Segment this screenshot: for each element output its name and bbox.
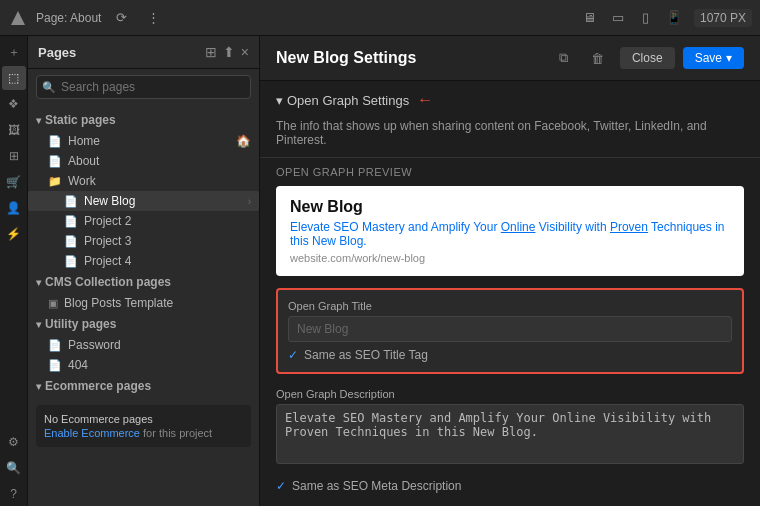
cms-pages-section[interactable]: ▾ CMS Collection pages — [28, 271, 259, 293]
page-item-about[interactable]: 📄 About — [28, 151, 259, 171]
no-ecommerce-box: No Ecommerce pages Enable Ecommerce for … — [36, 405, 251, 447]
icon-rail: ＋ ⬚ ❖ 🖼 ⊞ 🛒 👤 ⚡ ⚙ 🔍 ? — [0, 36, 28, 506]
content-body: ▾ Open Graph Settings ← The info that sh… — [260, 81, 760, 506]
page-file-icon: 📄 — [48, 359, 62, 372]
same-as-meta-row: ✓ Same as SEO Meta Description — [260, 475, 760, 501]
pages-icon[interactable]: ⬚ — [2, 66, 26, 90]
og-section-header[interactable]: ▾ Open Graph Settings ← — [260, 81, 760, 119]
chevron-down-icon: ▾ — [36, 277, 41, 288]
checkbox-checked-icon[interactable]: ✓ — [288, 348, 298, 362]
page-file-icon: 📄 — [48, 135, 62, 148]
import-page-icon[interactable]: ⬆ — [223, 44, 235, 60]
delete-icon[interactable]: 🗑 — [584, 44, 612, 72]
page-item-home[interactable]: 📄 Home 🏠 — [28, 131, 259, 151]
desc-start: Elevate SEO Mastery and Amplify Your — [290, 220, 501, 234]
og-desc-textarea[interactable]: Elevate SEO Mastery and Amplify Your Onl… — [276, 404, 744, 464]
page-file-icon: 📄 — [64, 235, 78, 248]
add-page-icon[interactable]: ⊞ — [205, 44, 217, 60]
pages-panel-title: Pages — [38, 45, 199, 60]
close-pages-icon[interactable]: × — [241, 44, 249, 60]
page-file-icon: 📄 — [64, 255, 78, 268]
save-button[interactable]: Save ▾ — [683, 47, 744, 69]
history-icon[interactable]: ⟳ — [109, 6, 133, 30]
static-pages-section[interactable]: ▾ Static pages — [28, 109, 259, 131]
ecommerce-pages-section[interactable]: ▾ Ecommerce pages — [28, 375, 259, 397]
og-preview-title: New Blog — [290, 198, 730, 216]
no-ecommerce-title: No Ecommerce pages — [44, 413, 243, 425]
desc-highlight1: Online — [501, 220, 536, 234]
topbar: Page: About ⟳ ⋮ 🖥 ▭ ▯ 📱 1070 PX — [0, 0, 760, 36]
cms-pages-label: CMS Collection pages — [45, 275, 171, 289]
utility-pages-section[interactable]: ▾ Utility pages — [28, 313, 259, 335]
logic-icon[interactable]: ⚡ — [2, 222, 26, 246]
search-rail-icon[interactable]: 🔍 — [2, 456, 26, 480]
og-description: The info that shows up when sharing cont… — [260, 119, 760, 157]
page-item-project3[interactable]: 📄 Project 3 — [28, 231, 259, 251]
cms-page-icon: ▣ — [48, 297, 58, 310]
og-image-section: Open Graph Image URL Make sure your imag… — [260, 501, 760, 506]
same-as-seo-row: ✓ Same as SEO Title Tag — [288, 348, 732, 362]
no-ecommerce-text: Enable Ecommerce for this project — [44, 427, 243, 439]
mobile-icon[interactable]: 📱 — [662, 6, 686, 30]
cms-icon[interactable]: ⊞ — [2, 144, 26, 168]
og-desc-label: Open Graph Description — [276, 388, 744, 400]
save-dropdown-icon[interactable]: ▾ — [726, 51, 732, 65]
og-preview-label: Open Graph Preview — [260, 158, 760, 182]
og-preview-card: New Blog Elevate SEO Mastery and Amplify… — [276, 186, 744, 276]
content-area: New Blog Settings ⧉ 🗑 Close Save ▾ ▾ Ope… — [260, 36, 760, 506]
desc-highlight2: Proven — [610, 220, 648, 234]
red-arrow-icon: ← — [417, 91, 433, 109]
ecom-icon[interactable]: 🛒 — [2, 170, 26, 194]
content-title: New Blog Settings — [276, 49, 542, 67]
components-icon[interactable]: ❖ — [2, 92, 26, 116]
page-item-password[interactable]: 📄 Password — [28, 335, 259, 355]
add-icon[interactable]: ＋ — [2, 40, 26, 64]
device-icons: 🖥 ▭ ▯ 📱 — [578, 6, 686, 30]
no-ecommerce-suffix: for this project — [143, 427, 212, 439]
chevron-down-icon: ▾ — [276, 93, 283, 108]
page-file-icon: 📄 — [48, 339, 62, 352]
search-input[interactable] — [36, 75, 251, 99]
content-header: New Blog Settings ⧉ 🗑 Close Save ▾ — [260, 36, 760, 81]
pages-panel: Pages ⊞ ⬆ × 🔍 ▾ Static pages 📄 Home 🏠 📄 … — [28, 36, 260, 506]
settings-icon[interactable]: ⚙ — [2, 430, 26, 454]
page-file-icon: 📄 — [64, 215, 78, 228]
tablet-portrait-icon[interactable]: ▯ — [634, 6, 658, 30]
help-icon[interactable]: ? — [2, 482, 26, 506]
page-item-work[interactable]: 📁 Work — [28, 171, 259, 191]
home-icon: 🏠 — [236, 134, 251, 148]
desktop-icon[interactable]: 🖥 — [578, 6, 602, 30]
duplicate-icon[interactable]: ⧉ — [550, 44, 578, 72]
close-button[interactable]: Close — [620, 47, 675, 69]
utility-pages-label: Utility pages — [45, 317, 116, 331]
more-icon[interactable]: ⋮ — [141, 6, 165, 30]
folder-icon: 📁 — [48, 175, 62, 188]
page-item-new-blog[interactable]: 📄 New Blog › — [28, 191, 259, 211]
main-layout: ＋ ⬚ ❖ 🖼 ⊞ 🛒 👤 ⚡ ⚙ 🔍 ? Pages ⊞ ⬆ × 🔍 ▾ St… — [0, 36, 760, 506]
og-desc-section: Open Graph Description Elevate SEO Maste… — [260, 382, 760, 475]
page-file-icon: 📄 — [64, 195, 78, 208]
og-preview-url: website.com/work/new-blog — [290, 252, 730, 264]
tablet-landscape-icon[interactable]: ▭ — [606, 6, 630, 30]
og-title-input[interactable] — [288, 316, 732, 342]
page-file-icon: 📄 — [48, 155, 62, 168]
page-item-project4[interactable]: 📄 Project 4 — [28, 251, 259, 271]
og-title-label: Open Graph Title — [288, 300, 732, 312]
px-display: 1070 PX — [694, 9, 752, 27]
og-section-title: Open Graph Settings — [287, 93, 409, 108]
users-icon[interactable]: 👤 — [2, 196, 26, 220]
page-item-project2[interactable]: 📄 Project 2 — [28, 211, 259, 231]
page-item-blog-template[interactable]: ▣ Blog Posts Template — [28, 293, 259, 313]
assets-icon[interactable]: 🖼 — [2, 118, 26, 142]
app-logo[interactable] — [8, 8, 28, 28]
same-as-seo-label: Same as SEO Title Tag — [304, 348, 428, 362]
search-box: 🔍 — [36, 75, 251, 99]
og-preview-description: Elevate SEO Mastery and Amplify Your Onl… — [290, 220, 730, 248]
enable-ecommerce-link[interactable]: Enable Ecommerce — [44, 427, 140, 439]
og-section: ▾ Open Graph Settings ← The info that sh… — [260, 81, 760, 158]
checkbox-checked-icon[interactable]: ✓ — [276, 479, 286, 493]
page-item-404[interactable]: 📄 404 — [28, 355, 259, 375]
content-header-icons: ⧉ 🗑 — [550, 44, 612, 72]
search-icon: 🔍 — [42, 81, 56, 94]
desc-middle: Visibility with — [535, 220, 609, 234]
